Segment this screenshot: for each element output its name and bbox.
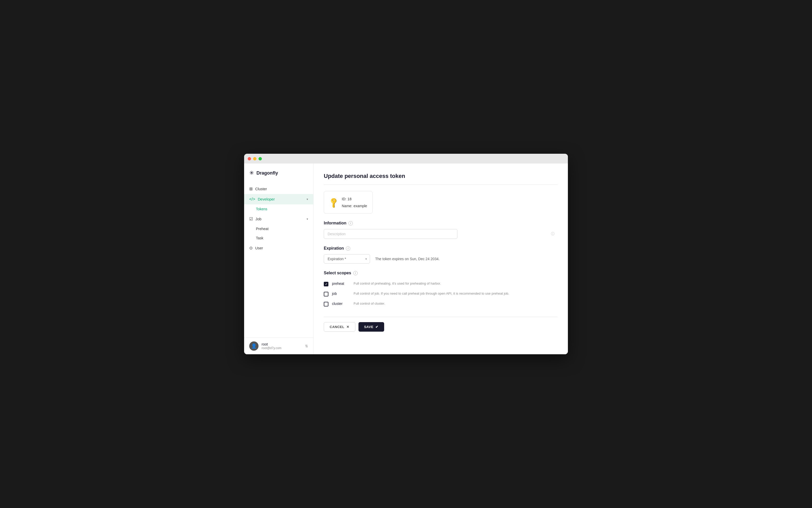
token-name-line: Name: example: [342, 202, 367, 209]
top-divider: [324, 184, 557, 185]
cancel-x-icon: ✕: [346, 325, 350, 329]
expiration-select-wrap: Expiration * ▾: [324, 254, 370, 263]
scope-checkbox-job[interactable]: [324, 292, 328, 296]
user-chevron-icon[interactable]: ⇅: [305, 344, 308, 348]
save-button[interactable]: SAVE ✔: [358, 322, 384, 332]
scope-checkbox-preheat[interactable]: [324, 282, 328, 286]
avatar: 👤: [249, 341, 259, 351]
sidebar: ✳ Dragonfly ⊞ Cluster </> Developer ▾ To: [244, 164, 314, 354]
description-input[interactable]: [324, 229, 457, 239]
key-icon: 🔑: [327, 196, 340, 209]
expiration-row: Expiration * ▾ The token expires on Sun,…: [324, 254, 557, 263]
name-label: Name:: [342, 204, 352, 208]
user-name: root: [262, 342, 302, 346]
sidebar-user-section: 👤 root root@d7y.com ⇅: [244, 338, 313, 354]
app-window: ✳ Dragonfly ⊞ Cluster </> Developer ▾ To: [244, 154, 568, 354]
avatar-icon: 👤: [251, 343, 257, 349]
developer-icon: </>: [249, 197, 255, 202]
scope-desc-job: Full control of job. If you need to call…: [354, 292, 509, 295]
minimize-button[interactable]: [253, 157, 257, 160]
scope-desc-preheat: Full control of preheating, it's used fo…: [354, 282, 441, 285]
description-input-wrap: ⓘ: [324, 229, 557, 239]
developer-chevron-icon: ▾: [307, 198, 308, 201]
sidebar-item-job[interactable]: ☑ Job ▾: [244, 214, 313, 224]
id-label: ID:: [342, 197, 346, 201]
token-id-line: ID: 18: [342, 196, 367, 202]
sidebar-logo-text: Dragonfly: [257, 170, 278, 176]
token-info: ID: 18 Name: example: [342, 196, 367, 209]
job-icon: ☑: [249, 216, 253, 221]
scope-row-preheat: preheat Full control of preheating, it's…: [324, 279, 557, 289]
scope-checkbox-cluster[interactable]: [324, 302, 328, 306]
expiration-select[interactable]: Expiration *: [324, 254, 370, 263]
close-button[interactable]: [248, 157, 251, 160]
information-info-icon: i: [349, 221, 353, 225]
sidebar-item-tokens[interactable]: Tokens: [244, 204, 313, 214]
scope-row-cluster: cluster Full control of cluster.: [324, 299, 557, 309]
job-submenu: Preheat Task: [244, 224, 313, 243]
id-value: 18: [348, 197, 352, 201]
user-icon: ⊙: [249, 246, 253, 250]
sidebar-item-preheat[interactable]: Preheat: [244, 224, 313, 234]
sidebar-developer-label: Developer: [258, 197, 275, 201]
app-body: ✳ Dragonfly ⊞ Cluster </> Developer ▾ To: [244, 164, 568, 354]
save-check-icon: ✔: [375, 325, 378, 329]
name-value: example: [354, 204, 367, 208]
user-email: root@d7y.com: [262, 346, 302, 350]
task-label: Task: [256, 236, 263, 240]
sidebar-item-developer[interactable]: </> Developer ▾: [244, 194, 313, 204]
scopes-section: Select scopes i preheat Full control of …: [324, 271, 557, 309]
sidebar-job-label: Job: [256, 217, 261, 221]
token-card: 🔑 ID: 18 Name: example: [324, 191, 373, 214]
sidebar-item-cluster[interactable]: ⊞ Cluster: [244, 183, 313, 194]
scopes-label-text: Select scopes: [324, 271, 351, 276]
information-section-label: Information i: [324, 221, 557, 225]
expiration-info-icon: i: [346, 246, 350, 251]
expiration-label-text: Expiration: [324, 246, 344, 251]
scopes-section-label: Select scopes i: [324, 271, 557, 276]
job-chevron-icon: ▾: [307, 217, 308, 221]
sidebar-user-label: User: [255, 246, 263, 250]
page-title: Update personal access token: [324, 173, 557, 179]
scope-row-job: job Full control of job. If you need to …: [324, 289, 557, 299]
maximize-button[interactable]: [259, 157, 262, 160]
dragonfly-logo-icon: ✳: [249, 170, 254, 176]
preheat-label: Preheat: [256, 227, 269, 231]
scope-name-preheat: preheat: [332, 282, 350, 286]
information-label-text: Information: [324, 221, 346, 225]
sidebar-item-task[interactable]: Task: [244, 234, 313, 243]
scopes-info-icon: i: [353, 271, 358, 276]
expiration-section-label: Expiration i: [324, 246, 557, 251]
cluster-icon: ⊞: [249, 186, 253, 191]
cancel-button[interactable]: CANCEL ✕: [324, 322, 355, 332]
description-clear-icon[interactable]: ⓘ: [551, 231, 554, 236]
scope-desc-cluster: Full control of cluster.: [354, 302, 385, 305]
titlebar: [244, 154, 568, 164]
sidebar-cluster-label: Cluster: [255, 187, 267, 191]
scope-name-cluster: cluster: [332, 302, 350, 306]
user-info: root root@d7y.com: [262, 342, 302, 350]
sidebar-logo: ✳ Dragonfly: [244, 164, 313, 181]
expiration-expires-text: The token expires on Sun, Dec 24 2034.: [375, 257, 440, 261]
sidebar-item-user[interactable]: ⊙ User: [244, 243, 313, 253]
main-content: Update personal access token 🔑 ID: 18 Na…: [314, 164, 568, 354]
action-row: CANCEL ✕ SAVE ✔: [324, 317, 557, 332]
save-label: SAVE: [364, 325, 373, 329]
tokens-label: Tokens: [256, 207, 267, 211]
scope-name-job: job: [332, 292, 350, 296]
cancel-label: CANCEL: [330, 325, 344, 329]
sidebar-nav: ⊞ Cluster </> Developer ▾ Tokens ☑: [244, 181, 313, 338]
developer-submenu: Tokens: [244, 204, 313, 214]
